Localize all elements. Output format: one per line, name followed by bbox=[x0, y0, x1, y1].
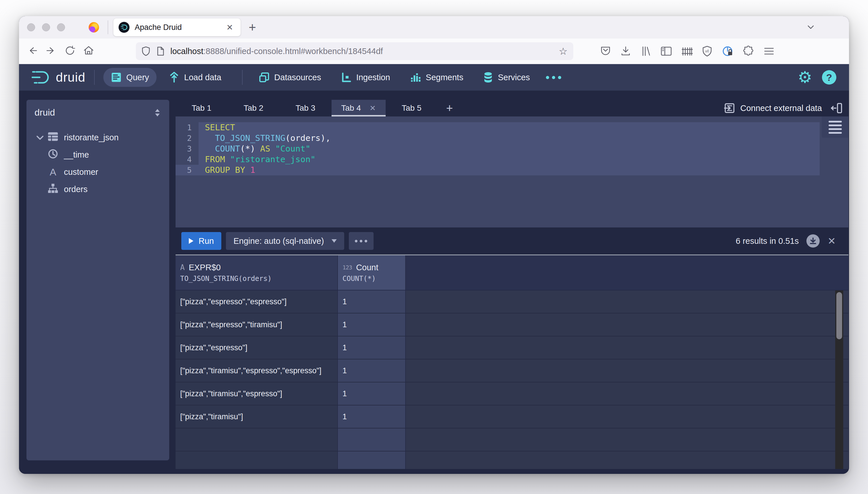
result-cell-expr[interactable]: ["pizza","espresso","tiramisu"] bbox=[176, 314, 337, 336]
tree-item-customer[interactable]: A customer bbox=[26, 163, 169, 180]
result-cell-count[interactable]: 1 bbox=[337, 290, 406, 313]
tab-4[interactable]: Tab 4 ✕ bbox=[331, 100, 386, 116]
result-cell-expr[interactable] bbox=[176, 429, 337, 451]
window-controls[interactable] bbox=[27, 23, 65, 31]
run-button[interactable]: Run bbox=[181, 232, 221, 250]
schema-name[interactable]: druid bbox=[35, 107, 153, 118]
reload-icon[interactable] bbox=[61, 45, 79, 57]
query-more-button[interactable] bbox=[349, 232, 374, 250]
browser-tab-apache-druid[interactable]: Apache Druid ✕ bbox=[113, 18, 240, 36]
nav-label: Services bbox=[498, 73, 530, 82]
extensions-puzzle-icon[interactable] bbox=[742, 45, 755, 57]
forward-icon[interactable] bbox=[42, 46, 61, 57]
result-cell-count[interactable]: 1 bbox=[337, 382, 406, 405]
tab-2[interactable]: Tab 2 bbox=[228, 100, 280, 116]
result-cell-count[interactable]: 1 bbox=[337, 314, 406, 336]
column-header-count[interactable]: 123 Count COUNT(*) bbox=[337, 255, 406, 290]
minimize-window-button[interactable] bbox=[42, 23, 50, 31]
bookmark-star-icon[interactable]: ☆ bbox=[559, 45, 567, 57]
pocket-icon[interactable] bbox=[600, 45, 611, 57]
nav-label: Datasources bbox=[274, 73, 321, 82]
editor-menu-button[interactable] bbox=[822, 116, 848, 138]
tab-1[interactable]: Tab 1 bbox=[176, 100, 228, 116]
result-cell-expr[interactable]: ["pizza","tiramisu","espresso","espresso… bbox=[176, 359, 337, 382]
nav-services[interactable]: Services bbox=[475, 68, 537, 87]
number-type-icon: 123 bbox=[343, 264, 352, 271]
tab-5[interactable]: Tab 5 bbox=[386, 100, 438, 116]
browser-toolbar: localhost:8888/unified-console.html#work… bbox=[19, 39, 849, 64]
result-cell-count[interactable] bbox=[337, 429, 406, 451]
url-text[interactable]: localhost:8888/unified-console.html#work… bbox=[170, 46, 559, 56]
result-cell-expr[interactable]: ["pizza","tiramisu"] bbox=[176, 405, 337, 428]
column-header-expr0[interactable]: A EXPR$0 TO_JSON_STRING(orders) bbox=[176, 255, 337, 290]
code-line[interactable]: FROM "ristorante_json" bbox=[199, 154, 820, 165]
nav-datasources[interactable]: Datasources bbox=[251, 68, 329, 87]
sidebar-toggle-icon[interactable] bbox=[660, 46, 672, 57]
tab-close-icon[interactable]: ✕ bbox=[224, 22, 235, 33]
scrollbar-thumb[interactable] bbox=[836, 292, 842, 339]
more-menu-icon[interactable] bbox=[542, 76, 565, 79]
editor-code[interactable]: SELECT TO_JSON_STRING(orders), COUNT(*) … bbox=[199, 116, 848, 227]
home-icon[interactable] bbox=[79, 45, 98, 57]
result-cell-count[interactable]: 1 bbox=[337, 337, 406, 359]
result-cell-expr[interactable] bbox=[176, 452, 337, 469]
column-expression: TO_JSON_STRING(orders) bbox=[180, 274, 337, 283]
library-icon[interactable] bbox=[640, 45, 652, 57]
result-cell-expr[interactable]: ["pizza","espresso"] bbox=[176, 337, 337, 359]
code-line[interactable]: SELECT bbox=[199, 122, 820, 133]
nav-query[interactable]: Query bbox=[103, 68, 157, 87]
result-cell-count[interactable]: 1 bbox=[337, 405, 406, 428]
tab-close-icon[interactable]: ✕ bbox=[369, 104, 376, 113]
sql-editor[interactable]: 12345 SELECT TO_JSON_STRING(orders), COU… bbox=[176, 116, 848, 227]
tree-item-orders[interactable]: orders bbox=[26, 180, 169, 198]
string-type-icon: A bbox=[180, 263, 185, 272]
collapse-panel-button[interactable] bbox=[829, 100, 848, 116]
url-bar[interactable]: localhost:8888/unified-console.html#work… bbox=[136, 42, 573, 60]
zoom-window-button[interactable] bbox=[57, 23, 65, 31]
tree-item-label: orders bbox=[64, 185, 88, 194]
result-cell-expr[interactable]: ["pizza","espresso","espresso"] bbox=[176, 290, 337, 313]
results-scrollbar[interactable] bbox=[835, 290, 843, 469]
hamburger-menu-icon[interactable] bbox=[763, 46, 775, 56]
result-cell-expr[interactable]: ["pizza","tiramisu","espresso"] bbox=[176, 382, 337, 405]
code-line[interactable]: GROUP BY 1 bbox=[199, 165, 820, 175]
nav-ingestion[interactable]: Ingestion bbox=[333, 68, 398, 87]
code-line[interactable]: COUNT(*) AS "Count" bbox=[199, 144, 820, 154]
list-tabs-chevron-icon[interactable] bbox=[806, 23, 816, 32]
clock-icon bbox=[47, 149, 59, 161]
tree-item-time[interactable]: __time bbox=[26, 146, 169, 163]
settings-gear-icon[interactable]: ⚙ bbox=[798, 69, 812, 86]
close-results-icon[interactable]: ✕ bbox=[828, 235, 836, 247]
druid-brand[interactable]: druid bbox=[56, 70, 86, 84]
add-tab-button[interactable]: + bbox=[437, 100, 462, 116]
chevron-down-icon[interactable] bbox=[33, 133, 47, 142]
connect-external-data-button[interactable]: Connect external data bbox=[716, 100, 829, 116]
help-icon[interactable]: ? bbox=[822, 70, 836, 84]
page-info-icon[interactable] bbox=[157, 46, 165, 56]
ublock-shield-icon[interactable]: u0 bbox=[702, 45, 712, 57]
download-results-icon[interactable] bbox=[807, 234, 820, 248]
firefox-icon[interactable] bbox=[89, 22, 99, 33]
tree-item-ristorante-json[interactable]: ristorante_json bbox=[26, 129, 169, 146]
nav-segments[interactable]: Segments bbox=[402, 68, 471, 87]
nav-load-data[interactable]: Load data bbox=[161, 68, 229, 87]
result-cell-count[interactable] bbox=[337, 452, 406, 469]
shield-permissions-icon[interactable] bbox=[142, 46, 150, 56]
engine-select[interactable]: Engine: auto (sql-native) bbox=[226, 232, 344, 250]
druid-logo-icon[interactable] bbox=[32, 69, 52, 86]
panel-collapse-icon bbox=[831, 102, 843, 114]
tab-3[interactable]: Tab 3 bbox=[279, 100, 331, 116]
query-workbench: Tab 1 Tab 2 Tab 3 Tab 4 ✕ Tab 5 + Connec… bbox=[176, 100, 848, 469]
containers-fence-icon[interactable] bbox=[681, 45, 693, 57]
header-divider bbox=[242, 70, 242, 85]
result-cell-count[interactable]: 1 bbox=[337, 359, 406, 382]
tab-label: Tab 1 bbox=[192, 103, 212, 113]
close-window-button[interactable] bbox=[27, 23, 35, 31]
back-icon[interactable] bbox=[24, 46, 42, 57]
schema-select-caret-icon[interactable] bbox=[153, 108, 162, 118]
vpn-lock-icon[interactable] bbox=[721, 45, 734, 57]
new-tab-button[interactable]: + bbox=[249, 20, 256, 35]
code-line[interactable]: TO_JSON_STRING(orders), bbox=[199, 133, 820, 144]
downloads-icon[interactable] bbox=[620, 45, 631, 57]
datasources-icon bbox=[259, 72, 270, 83]
